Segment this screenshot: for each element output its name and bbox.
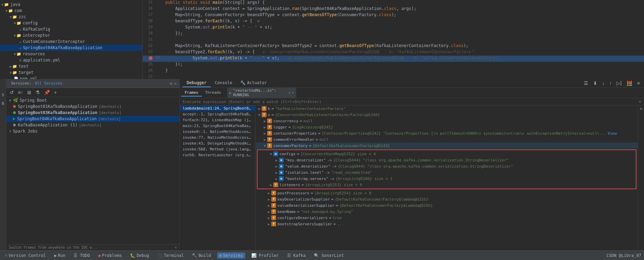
var-concurrency[interactable]: ▶ f concurrency = null bbox=[255, 118, 638, 124]
settings-icon[interactable]: ⚙ bbox=[170, 81, 172, 86]
frame-1[interactable]: accept:-1, SpringBoot04KafkaBaseApplic bbox=[180, 111, 255, 117]
tree-item-pom[interactable]: 📄 pom.xml bbox=[0, 76, 142, 79]
service-boot04[interactable]: SpringBoot04KafkaBaseApplication [devtoo… bbox=[6, 116, 179, 122]
add-btn[interactable]: + bbox=[53, 89, 58, 96]
tree-item-main-app[interactable]: ☕ SpringBoot04KafkaBaseApplication bbox=[0, 45, 142, 51]
frame-5[interactable]: invoke:77, NativeMethodAccessorImpl (s bbox=[180, 135, 255, 140]
step-over-btn[interactable]: ⬇ bbox=[592, 80, 599, 87]
var-value-deserializer-supplier[interactable]: ▶ f valueDeserializerSupplier = {Default… bbox=[255, 202, 638, 208]
tab-actuator[interactable]: 🔧Actuator bbox=[236, 79, 271, 87]
var-configure-deserializers[interactable]: ▶ f configureDeserializers = true bbox=[255, 215, 638, 221]
layout-btn[interactable]: ☰ bbox=[582, 80, 590, 87]
frame-0[interactable]: lambda$main$1:24, SpringBoot04Kafka bbox=[180, 105, 255, 111]
var-post-processors[interactable]: ▶ f postProcessors = {ArrayList@5254} si… bbox=[255, 190, 638, 196]
var-key-deserializer[interactable]: ▶ m "key.deserializer" -> {Class@5044} "… bbox=[258, 157, 636, 163]
service-boot01-tag: [devtools] bbox=[99, 104, 121, 109]
rerun-btn[interactable]: ≡↑ bbox=[17, 89, 24, 96]
view-link[interactable]: View bbox=[608, 131, 617, 136]
thread-dropdown[interactable]: ▶ "restartedMa...in": RUNNING ⚗ ▾ bbox=[227, 88, 296, 98]
filter-btn[interactable]: ⚗ bbox=[34, 89, 41, 96]
service-kafka-base[interactable]: KafkaBaseApplication (1) [devtools] bbox=[6, 122, 179, 128]
pin-btn[interactable]: 📌 bbox=[43, 89, 51, 96]
subtab-frames[interactable]: Frames bbox=[181, 89, 202, 97]
bottom-problems[interactable]: ● Problems bbox=[96, 252, 124, 259]
bottom-services[interactable]: ⚙ Services bbox=[217, 252, 245, 259]
bottom-debug[interactable]: 🐛 Debug bbox=[128, 252, 151, 259]
frame-3[interactable]: main:23, SpringBoot04KafkaBaseApplicat bbox=[180, 123, 255, 129]
tree-item-interceptor[interactable]: ▼ 📁 interceptor bbox=[0, 32, 142, 38]
tab-debugger[interactable]: Debugger bbox=[183, 79, 211, 87]
var-configs[interactable]: ▼ m configs = {ConcurrentHashMap@5252} s… bbox=[258, 151, 636, 157]
var-bean-name[interactable]: ▶ f beanName = "not.managed.by.Spring" bbox=[255, 208, 638, 215]
var-v[interactable]: ▼ f v = {ConcurrentKafkaListenerContaine… bbox=[255, 112, 638, 118]
var-listeners[interactable]: ▶ f listeners = {ArrayList@5253} size = … bbox=[258, 182, 636, 188]
service-kafka-base-name: KafkaBaseApplication (1) bbox=[18, 123, 77, 127]
var-value-deserializer[interactable]: ▶ m "value.deserializer" -> {Class@5044}… bbox=[258, 163, 636, 169]
bottom-kafka[interactable]: ☰ Kafka bbox=[285, 252, 308, 259]
all-services-tab[interactable]: All Services bbox=[34, 81, 64, 86]
panels-row: S B Services: All Services ⚙ ✕ ↺ ≡↑ ⊞ bbox=[0, 79, 644, 250]
spring-boot-group[interactable]: ▼ 🌿 Spring Boot bbox=[6, 97, 179, 103]
eval-dropdown-arrow[interactable]: ▾ bbox=[639, 99, 641, 104]
var-container-props[interactable]: ▶ f containerProperties = {ContainerProp… bbox=[255, 130, 638, 136]
tree-item-com[interactable]: ▼ 📁 com bbox=[0, 8, 142, 14]
restart-btn[interactable]: ↺ bbox=[8, 89, 15, 96]
tree-item-test[interactable]: ▶ 📁 test bbox=[0, 63, 142, 69]
step-out-btn[interactable]: ↑ bbox=[608, 80, 613, 87]
spring-icon: 🌿 bbox=[13, 98, 18, 103]
var-isolation-level[interactable]: ▶ m "isolation.level" -> "read_uncommitt… bbox=[258, 169, 636, 176]
var-error-handler[interactable]: ▶ f commonErrorHandler = null bbox=[255, 136, 638, 143]
tree-item-java[interactable]: ▼ 📁 java bbox=[0, 1, 142, 8]
bottom-sonarlint[interactable]: 🔍 SonarLint bbox=[312, 252, 346, 259]
bottom-version-control[interactable]: ⑂ Version Control bbox=[3, 252, 48, 259]
tree-item-resources[interactable]: ▼ 📁 resources bbox=[0, 51, 142, 57]
more-btn[interactable]: ≡ bbox=[636, 80, 641, 87]
sidebar-icon-bookmarks[interactable]: B bbox=[2, 101, 4, 106]
var-k-arrow: ▶ bbox=[258, 107, 260, 111]
top-area: ▼ 📁 java ▼ 📁 com ▼ 📁 zzc ▼ 📁 config bbox=[0, 0, 644, 79]
close-icon[interactable]: ✕ bbox=[174, 81, 177, 86]
var-k[interactable]: ▶ f k = "kafkaListenerContainerFactory" bbox=[255, 105, 638, 112]
tree-item-zzc[interactable]: ▼ 📁 zzc bbox=[0, 14, 142, 20]
eval-input[interactable] bbox=[183, 100, 637, 104]
var-key-deserializer-supplier[interactable]: ▶ f keyDeserializerSupplier = {DefaultKa… bbox=[255, 196, 638, 202]
service-boot03[interactable]: SpringBoot03KafkaBaseApplication [devtoo… bbox=[6, 110, 179, 116]
tree-item-kafkaconfig[interactable]: ☕ KafkaConfig bbox=[0, 26, 142, 32]
eval-bar[interactable]: ▾ bbox=[180, 98, 644, 105]
spark-jobs-group[interactable]: ⚡ Spark Jobs bbox=[6, 128, 179, 134]
bottom-terminal[interactable]: ⬛ Terminal bbox=[155, 252, 186, 259]
bottom-run[interactable]: ▶ Run bbox=[52, 252, 67, 259]
service-boot01[interactable]: SpringBoot01KafkaBaseApplication [devtoo… bbox=[6, 103, 179, 110]
step-into-btn[interactable]: ↓ bbox=[601, 80, 606, 87]
switch-frames-close[interactable]: ✕ bbox=[175, 246, 177, 249]
bottom-todo[interactable]: ☰ TODO bbox=[72, 252, 92, 259]
highlighted-vars-box: ▼ m configs = {ConcurrentHashMap@5252} s… bbox=[257, 149, 636, 189]
right-sidebar-btn[interactable]: ⊞ bbox=[640, 107, 642, 111]
frame-8[interactable]: run50, RestartLauncher (org.springfram bbox=[180, 152, 255, 158]
tree-item-target[interactable]: ▼ 📁 target bbox=[0, 69, 142, 76]
frame-4[interactable]: invoke0:-1, NativeMethodAccessorImpl bbox=[180, 129, 255, 135]
thread-dropdown-arrow: ▾ bbox=[292, 91, 294, 95]
tree-item-app-yml[interactable]: ⚙ application.yml bbox=[0, 57, 142, 63]
bottom-build[interactable]: 🔨 Build bbox=[190, 252, 213, 259]
subtab-threads[interactable]: Threads bbox=[202, 89, 225, 97]
tree-item-config[interactable]: ▼ 📁 config bbox=[0, 20, 142, 26]
var-consumer-factory[interactable]: ▼ f consumerFactory = {DefaultKafkaConsu… bbox=[255, 143, 638, 149]
status-dot-gray bbox=[13, 124, 16, 126]
tree-item-custom-interceptor[interactable]: ☕ CustomConsumerInterceptor bbox=[0, 38, 142, 45]
evaluate-btn[interactable]: 🧮 bbox=[625, 80, 634, 87]
var-logger[interactable]: ▶ f logger = {LogAccessor@5241} bbox=[255, 124, 638, 130]
spark-icon: ⚡ bbox=[9, 129, 11, 134]
frame-6[interactable]: invoke:43, DelegatingMethodAccessorIm bbox=[180, 140, 255, 146]
frame-2[interactable]: forEach:721, LinkedHashMap (java.util) bbox=[180, 117, 255, 123]
sidebar-icon-structure[interactable]: S bbox=[2, 93, 4, 97]
group-btn[interactable]: ⊞ bbox=[26, 89, 33, 96]
var-bootstrap-servers[interactable]: ▶ m "bootstrap.servers" -> {ArrayList@52… bbox=[258, 176, 636, 182]
bottom-profiler[interactable]: 📊 Profiler bbox=[249, 252, 281, 259]
run-to-cursor-btn[interactable]: ▷| bbox=[615, 80, 623, 87]
file-tree: ▼ 📁 java ▼ 📁 com ▼ 📁 zzc ▼ 📁 config bbox=[0, 0, 143, 79]
frame-7[interactable]: invoke:568, Method (java.lang.reflect) bbox=[180, 146, 255, 152]
var-bootstrap-servers-supplier[interactable]: ▶ f bootstrapServersSupplier = ... bbox=[255, 221, 638, 227]
tab-console[interactable]: Console bbox=[211, 79, 237, 87]
subtabs-row: Frames Threads ▶ "restartedMa...in": RUN… bbox=[180, 88, 644, 98]
